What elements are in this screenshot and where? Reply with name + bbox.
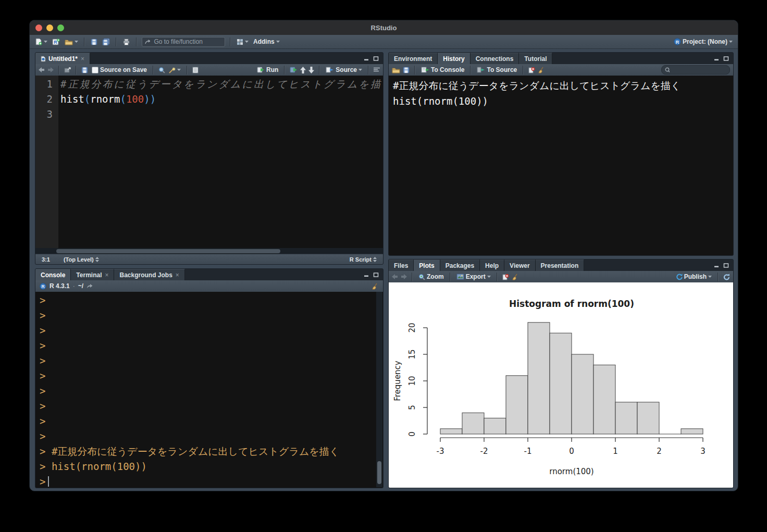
new-file-button[interactable]	[34, 38, 48, 46]
toolbar-separator	[84, 38, 85, 46]
tab-help[interactable]: Help	[480, 259, 504, 271]
clear-history-broom-icon[interactable]	[538, 67, 545, 73]
source-editor[interactable]: 123 #正規分布に従うデータをランダムに出してヒストグラムを描くhist(rn…	[35, 76, 383, 248]
load-history-folder-icon[interactable]	[392, 67, 400, 73]
tab-label: Plots	[419, 262, 434, 269]
remove-plot-icon[interactable]	[502, 274, 509, 280]
console-prompt: >	[40, 310, 45, 321]
back-icon[interactable]	[39, 67, 45, 72]
tab-background-jobs[interactable]: Background Jobs×	[114, 269, 184, 280]
minimize-pane-icon[interactable]	[714, 56, 720, 61]
addins-button[interactable]: Addins	[252, 38, 281, 46]
tab-packages[interactable]: Packages	[440, 259, 480, 271]
publish-button[interactable]: Publish	[675, 273, 713, 281]
line-number: 2	[35, 92, 53, 107]
clear-console-broom-icon[interactable]	[372, 283, 379, 290]
close-tab-icon[interactable]: ×	[105, 271, 108, 279]
save-button[interactable]	[90, 38, 98, 46]
maximize-pane-icon[interactable]	[723, 263, 729, 268]
next-plot-icon[interactable]	[401, 274, 407, 279]
tab-files[interactable]: Files	[389, 259, 414, 271]
console-vertical-scrollbar[interactable]	[376, 292, 382, 487]
down-arrow-icon[interactable]	[308, 67, 314, 73]
save-history-icon[interactable]	[403, 67, 410, 73]
plot-text: -3	[437, 447, 444, 456]
open-in-new-window-icon[interactable]	[64, 67, 71, 73]
console-line: >	[40, 338, 383, 353]
maximize-pane-icon[interactable]	[373, 56, 379, 61]
open-file-button[interactable]	[64, 38, 79, 46]
to-console-button[interactable]: To Console	[420, 66, 465, 74]
zoom-button[interactable]	[57, 24, 64, 31]
minimize-pane-icon[interactable]	[364, 273, 369, 277]
compile-report-icon[interactable]	[192, 67, 199, 73]
to-source-button[interactable]: To Source	[476, 66, 518, 74]
goto-file-input[interactable]	[153, 38, 222, 46]
run-icon	[257, 67, 265, 73]
tab-presentation[interactable]: Presentation	[536, 259, 585, 271]
find-replace-icon[interactable]	[158, 67, 165, 73]
tab-connections[interactable]: Connections	[471, 53, 519, 64]
plot-text: 5	[407, 405, 417, 410]
tab-viewer[interactable]: Viewer	[504, 259, 535, 271]
chevron-down-icon	[708, 276, 712, 278]
console-input-area[interactable]: >>>>>>>>>>> #正規分布に従うデータをランダムに出してヒストグラムを描…	[35, 292, 383, 488]
refresh-icon[interactable]	[723, 274, 730, 280]
previous-plot-icon[interactable]	[392, 274, 398, 279]
tab-console[interactable]: Console	[35, 269, 71, 280]
rerun-icon[interactable]	[290, 67, 298, 73]
save-icon[interactable]	[81, 67, 88, 73]
zoom-magnifier-icon	[418, 274, 425, 280]
tab-environment[interactable]: Environment	[389, 53, 438, 64]
project-menu-button[interactable]: R Project: (None)	[673, 38, 734, 46]
toolbar-separator	[470, 66, 471, 75]
tab-tutorial[interactable]: Tutorial	[519, 53, 552, 64]
history-entry[interactable]: #正規分布に従うデータをランダムに出してヒストグラムを描く	[393, 78, 729, 93]
line-number: 1	[35, 77, 53, 92]
scrollbar-thumb[interactable]	[56, 249, 280, 253]
close-button[interactable]	[35, 24, 42, 31]
close-tab-icon[interactable]: ×	[81, 55, 84, 63]
document-outline-icon[interactable]	[374, 67, 380, 72]
up-arrow-icon[interactable]	[300, 67, 306, 73]
scrollbar-thumb[interactable]	[377, 461, 381, 484]
file-type-selector[interactable]: R Script	[350, 256, 377, 263]
close-tab-icon[interactable]: ×	[176, 271, 179, 279]
print-button[interactable]	[121, 38, 131, 46]
code-tools-button[interactable]	[168, 66, 182, 74]
maximize-pane-icon[interactable]	[373, 273, 379, 277]
r-version-label: R 4.3.1	[50, 282, 70, 290]
run-button[interactable]: Run	[256, 66, 279, 74]
search-icon	[665, 67, 670, 73]
zoom-plot-button[interactable]: Zoom	[417, 273, 445, 281]
remove-entries-icon[interactable]	[528, 67, 535, 73]
tab-history[interactable]: History	[438, 53, 470, 64]
run-label: Run	[266, 66, 278, 73]
maximize-pane-icon[interactable]	[723, 56, 729, 61]
source-on-save-checkbox[interactable]: Source on Save	[91, 66, 148, 74]
minimize-button[interactable]	[46, 24, 53, 31]
plot-shape	[462, 413, 484, 434]
tab-untitled1[interactable]: Untitled1* ×	[35, 53, 90, 64]
clear-plots-broom-icon[interactable]	[512, 274, 519, 280]
addins-grid-button[interactable]	[236, 38, 250, 46]
plots-pane: FilesPlotsPackagesHelpViewerPresentation…	[388, 259, 734, 488]
pane-window-buttons	[710, 53, 733, 64]
export-plot-button[interactable]: Export	[455, 273, 492, 281]
new-project-button[interactable]: R	[51, 38, 61, 46]
toolbar-separator	[58, 66, 59, 75]
editor-code-area[interactable]: #正規分布に従うデータをランダムに出してヒストグラムを描くhist(rnorm(…	[58, 76, 383, 248]
save-all-button[interactable]	[101, 38, 111, 46]
minimize-pane-icon[interactable]	[714, 263, 720, 268]
scope-selector[interactable]: (Top Level)	[64, 256, 99, 263]
goto-file-box	[142, 37, 225, 47]
forward-icon[interactable]	[47, 67, 54, 72]
tab-plots[interactable]: Plots	[414, 259, 440, 271]
history-entry[interactable]: hist(rnorm(100))	[393, 93, 729, 109]
minimize-pane-icon[interactable]	[364, 56, 369, 61]
tab-terminal[interactable]: Terminal×	[71, 269, 114, 280]
open-directory-icon[interactable]	[86, 283, 93, 289]
source-button[interactable]: Source	[325, 66, 363, 74]
plot-shape	[572, 354, 593, 434]
history-search-input[interactable]	[672, 66, 726, 73]
